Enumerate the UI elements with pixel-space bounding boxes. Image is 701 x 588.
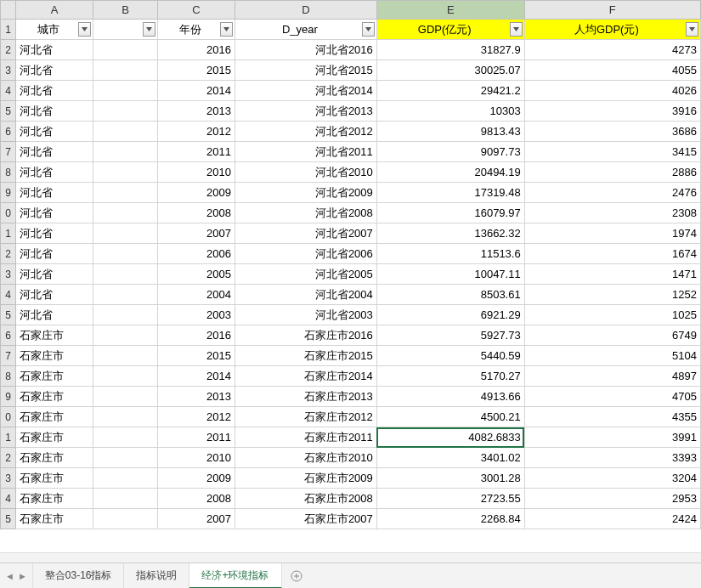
filter-dropdown-button[interactable] [78,22,91,37]
cell-B[interactable] [93,40,158,60]
cell-E[interactable]: 17319.48 [376,183,524,203]
cell-A[interactable]: 石家庄市 [16,427,93,448]
cell-F[interactable]: 2953 [524,489,700,509]
cell-B[interactable] [93,509,158,529]
cell-E[interactable]: 4500.21 [376,407,524,427]
filter-header-D[interactable]: D_year [235,20,376,40]
cell-B[interactable] [93,489,158,509]
cell-B[interactable] [93,285,158,305]
cell-C[interactable]: 2012 [158,407,235,427]
cell-C[interactable]: 2004 [158,285,235,305]
cell-E[interactable]: 3001.28 [376,468,524,489]
cell-A[interactable]: 河北省 [16,285,93,305]
cell-E[interactable]: 5440.59 [376,346,524,366]
cell-F[interactable]: 4897 [524,366,700,387]
cell-D[interactable]: 河北省2007 [235,223,376,244]
cell-C[interactable]: 2007 [158,509,235,529]
cell-C[interactable]: 2008 [158,203,235,223]
cell-E[interactable]: 10303 [376,101,524,122]
row-header[interactable]: 2 [1,448,16,468]
cell-B[interactable] [93,162,158,183]
cell-F[interactable]: 3415 [524,142,700,162]
cell-B[interactable] [93,305,158,325]
row-header[interactable]: 7 [1,346,16,366]
filter-dropdown-button[interactable] [510,22,523,37]
cell-F[interactable]: 3916 [524,101,700,122]
cell-D[interactable]: 石家庄市2009 [235,468,376,489]
cell-E[interactable]: 30025.07 [376,60,524,81]
tab-nav-next-icon[interactable]: ► [18,571,27,581]
cell-A[interactable]: 河北省 [16,305,93,325]
cell-F[interactable]: 5104 [524,346,700,366]
cell-C[interactable]: 2016 [158,40,235,60]
cell-A[interactable]: 河北省 [16,101,93,122]
col-header-A[interactable]: A [16,1,93,20]
cell-F[interactable]: 6749 [524,325,700,346]
cell-A[interactable]: 河北省 [16,264,93,285]
cell-B[interactable] [93,468,158,489]
cell-B[interactable] [93,142,158,162]
cell-C[interactable]: 2012 [158,122,235,142]
cell-E[interactable]: 16079.97 [376,203,524,223]
col-header-F[interactable]: F [524,1,700,20]
filter-dropdown-button[interactable] [220,22,233,37]
cell-D[interactable]: 河北省2006 [235,244,376,264]
cell-C[interactable]: 2011 [158,427,235,448]
cell-A[interactable]: 石家庄市 [16,448,93,468]
cell-D[interactable]: 河北省2012 [235,122,376,142]
row-header[interactable]: 3 [1,60,16,81]
cell-B[interactable] [93,244,158,264]
cell-F[interactable]: 2476 [524,183,700,203]
tab-nav-prev-icon[interactable]: ◄ [5,571,14,581]
cell-F[interactable]: 4026 [524,81,700,101]
cell-E[interactable]: 11513.6 [376,244,524,264]
cell-D[interactable]: 河北省2014 [235,81,376,101]
cell-B[interactable] [93,325,158,346]
cell-D[interactable]: 石家庄市2011 [235,427,376,448]
cell-A[interactable]: 石家庄市 [16,509,93,529]
cell-F[interactable]: 1471 [524,264,700,285]
row-header[interactable]: 1 [1,223,16,244]
cell-C[interactable]: 2013 [158,387,235,407]
cell-D[interactable]: 石家庄市2013 [235,387,376,407]
cell-D[interactable]: 河北省2015 [235,60,376,81]
cell-F[interactable]: 4355 [524,407,700,427]
cell-C[interactable]: 2010 [158,162,235,183]
cell-E[interactable]: 29421.2 [376,81,524,101]
cell-D[interactable]: 石家庄市2008 [235,489,376,509]
cell-F[interactable]: 1252 [524,285,700,305]
sheet-tab[interactable]: 经济+环境指标 [189,563,281,588]
cell-E[interactable]: 4082.6833 [376,427,524,448]
col-header-B[interactable]: B [93,1,158,20]
row-header[interactable]: 4 [1,489,16,509]
cell-C[interactable]: 2015 [158,346,235,366]
tab-nav-buttons[interactable]: ◄ ► [0,563,33,588]
row-header[interactable]: 2 [1,244,16,264]
cell-D[interactable]: 河北省2011 [235,142,376,162]
cell-B[interactable] [93,122,158,142]
row-header[interactable]: 0 [1,407,16,427]
cell-D[interactable]: 河北省2016 [235,40,376,60]
cell-E[interactable]: 9813.43 [376,122,524,142]
cell-A[interactable]: 河北省 [16,183,93,203]
cell-B[interactable] [93,346,158,366]
cell-C[interactable]: 2007 [158,223,235,244]
cell-E[interactable]: 13662.32 [376,223,524,244]
cell-F[interactable]: 3204 [524,468,700,489]
cell-F[interactable]: 3991 [524,427,700,448]
row-header[interactable]: 6 [1,122,16,142]
filter-header-F[interactable]: 人均GDP(元) [524,20,700,40]
cell-C[interactable]: 2011 [158,142,235,162]
cell-D[interactable]: 河北省2010 [235,162,376,183]
filter-dropdown-button[interactable] [143,22,155,37]
cell-D[interactable]: 河北省2008 [235,203,376,223]
cell-E[interactable]: 5170.27 [376,366,524,387]
cell-C[interactable]: 2003 [158,305,235,325]
cell-C[interactable]: 2016 [158,325,235,346]
cell-B[interactable] [93,60,158,81]
filter-dropdown-button[interactable] [362,22,375,37]
row-header[interactable]: 2 [1,40,16,60]
row-header[interactable]: 9 [1,183,16,203]
cell-B[interactable] [93,366,158,387]
cell-D[interactable]: 河北省2013 [235,101,376,122]
